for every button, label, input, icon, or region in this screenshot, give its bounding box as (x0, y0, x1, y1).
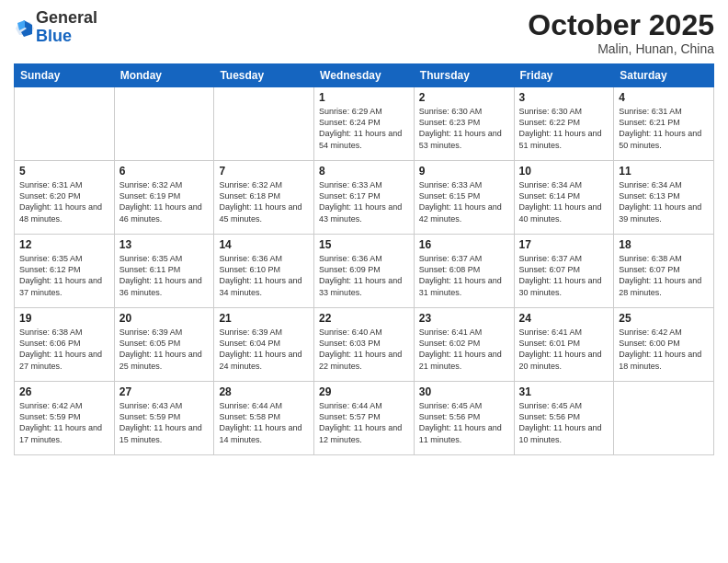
logo-general: General (36, 9, 97, 28)
header-wednesday: Wednesday (314, 64, 415, 87)
day-info: Sunrise: 6:37 AMSunset: 6:07 PMDaylight:… (519, 254, 602, 296)
day-number: 1 (319, 91, 409, 104)
calendar-week-2: 5Sunrise: 6:31 AMSunset: 6:20 PMDaylight… (15, 161, 714, 235)
calendar-table: Sunday Monday Tuesday Wednesday Thursday… (14, 63, 714, 455)
calendar-cell: 20Sunrise: 6:39 AMSunset: 6:05 PMDayligh… (114, 308, 214, 382)
calendar-cell: 15Sunrise: 6:36 AMSunset: 6:09 PMDayligh… (314, 235, 415, 308)
calendar-cell (214, 87, 314, 161)
calendar-cell: 16Sunrise: 6:37 AMSunset: 6:08 PMDayligh… (414, 235, 514, 308)
calendar-cell: 26Sunrise: 6:42 AMSunset: 5:59 PMDayligh… (15, 382, 115, 455)
logo-blue: Blue (36, 28, 97, 46)
day-number: 23 (419, 312, 509, 325)
day-info: Sunrise: 6:33 AMSunset: 6:17 PMDaylight:… (319, 180, 402, 223)
day-number: 12 (19, 238, 109, 251)
calendar-cell: 21Sunrise: 6:39 AMSunset: 6:04 PMDayligh… (214, 308, 314, 382)
day-info: Sunrise: 6:30 AMSunset: 6:23 PMDaylight:… (419, 107, 502, 149)
day-number: 4 (619, 91, 709, 104)
day-number: 30 (419, 385, 509, 398)
day-info: Sunrise: 6:38 AMSunset: 6:06 PMDaylight:… (19, 327, 102, 370)
calendar-cell: 12Sunrise: 6:35 AMSunset: 6:12 PMDayligh… (15, 235, 115, 308)
calendar-week-3: 12Sunrise: 6:35 AMSunset: 6:12 PMDayligh… (15, 235, 714, 308)
header-friday: Friday (514, 64, 614, 87)
calendar-cell (614, 382, 714, 455)
day-number: 31 (519, 385, 609, 398)
day-info: Sunrise: 6:39 AMSunset: 6:04 PMDaylight:… (219, 327, 301, 370)
day-info: Sunrise: 6:37 AMSunset: 6:08 PMDaylight:… (419, 254, 502, 296)
calendar-cell (15, 87, 115, 161)
day-number: 28 (219, 385, 309, 398)
day-number: 16 (419, 238, 509, 251)
day-info: Sunrise: 6:45 AMSunset: 5:56 PMDaylight:… (519, 401, 602, 443)
day-info: Sunrise: 6:32 AMSunset: 6:18 PMDaylight:… (219, 180, 301, 223)
day-info: Sunrise: 6:32 AMSunset: 6:19 PMDaylight:… (119, 180, 202, 223)
day-info: Sunrise: 6:36 AMSunset: 6:10 PMDaylight:… (219, 254, 301, 296)
day-info: Sunrise: 6:31 AMSunset: 6:20 PMDaylight:… (19, 180, 102, 223)
calendar-week-5: 26Sunrise: 6:42 AMSunset: 5:59 PMDayligh… (15, 382, 714, 455)
calendar-cell (114, 87, 214, 161)
header-monday: Monday (114, 64, 214, 87)
header: General Blue October 2025 Malin, Hunan, … (14, 9, 714, 56)
day-number: 13 (119, 238, 210, 251)
header-thursday: Thursday (414, 64, 514, 87)
calendar-cell: 17Sunrise: 6:37 AMSunset: 6:07 PMDayligh… (514, 235, 614, 308)
day-number: 21 (219, 312, 309, 325)
day-info: Sunrise: 6:39 AMSunset: 6:05 PMDaylight:… (119, 327, 202, 370)
calendar-cell: 30Sunrise: 6:45 AMSunset: 5:56 PMDayligh… (414, 382, 514, 455)
day-number: 14 (219, 238, 309, 251)
day-info: Sunrise: 6:44 AMSunset: 5:57 PMDaylight:… (319, 401, 402, 443)
calendar-page: General Blue October 2025 Malin, Hunan, … (0, 0, 728, 563)
day-number: 27 (119, 385, 210, 398)
day-number: 9 (419, 165, 509, 178)
day-info: Sunrise: 6:44 AMSunset: 5:58 PMDaylight:… (219, 401, 301, 443)
calendar-cell: 13Sunrise: 6:35 AMSunset: 6:11 PMDayligh… (114, 235, 214, 308)
day-number: 8 (319, 165, 409, 178)
day-info: Sunrise: 6:45 AMSunset: 5:56 PMDaylight:… (419, 401, 502, 443)
day-info: Sunrise: 6:35 AMSunset: 6:12 PMDaylight:… (19, 254, 102, 296)
day-number: 25 (619, 312, 709, 325)
day-info: Sunrise: 6:40 AMSunset: 6:03 PMDaylight:… (319, 327, 402, 370)
day-info: Sunrise: 6:34 AMSunset: 6:13 PMDaylight:… (619, 180, 701, 223)
day-info: Sunrise: 6:35 AMSunset: 6:11 PMDaylight:… (119, 254, 202, 296)
calendar-cell: 7Sunrise: 6:32 AMSunset: 6:18 PMDaylight… (214, 161, 314, 235)
header-row: Sunday Monday Tuesday Wednesday Thursday… (15, 64, 714, 87)
day-number: 7 (219, 165, 309, 178)
day-info: Sunrise: 6:42 AMSunset: 5:59 PMDaylight:… (19, 401, 102, 443)
day-number: 18 (619, 238, 709, 251)
day-number: 10 (519, 165, 609, 178)
calendar-cell: 31Sunrise: 6:45 AMSunset: 5:56 PMDayligh… (514, 382, 614, 455)
day-number: 6 (119, 165, 210, 178)
day-number: 11 (619, 165, 709, 178)
day-number: 26 (19, 385, 109, 398)
calendar-cell: 10Sunrise: 6:34 AMSunset: 6:14 PMDayligh… (514, 161, 614, 235)
header-sunday: Sunday (15, 64, 115, 87)
day-number: 22 (319, 312, 409, 325)
header-tuesday: Tuesday (214, 64, 314, 87)
calendar-cell: 3Sunrise: 6:30 AMSunset: 6:22 PMDaylight… (514, 87, 614, 161)
calendar-cell: 29Sunrise: 6:44 AMSunset: 5:57 PMDayligh… (314, 382, 415, 455)
day-info: Sunrise: 6:38 AMSunset: 6:07 PMDaylight:… (619, 254, 701, 296)
day-info: Sunrise: 6:34 AMSunset: 6:14 PMDaylight:… (519, 180, 602, 223)
calendar-cell: 14Sunrise: 6:36 AMSunset: 6:10 PMDayligh… (214, 235, 314, 308)
calendar-cell: 8Sunrise: 6:33 AMSunset: 6:17 PMDaylight… (314, 161, 415, 235)
day-info: Sunrise: 6:30 AMSunset: 6:22 PMDaylight:… (519, 107, 602, 149)
day-number: 3 (519, 91, 609, 104)
logo: General Blue (14, 9, 97, 46)
day-info: Sunrise: 6:41 AMSunset: 6:02 PMDaylight:… (419, 327, 502, 370)
calendar-cell: 28Sunrise: 6:44 AMSunset: 5:58 PMDayligh… (214, 382, 314, 455)
header-saturday: Saturday (614, 64, 714, 87)
day-number: 19 (19, 312, 109, 325)
calendar-cell: 6Sunrise: 6:32 AMSunset: 6:19 PMDaylight… (114, 161, 214, 235)
month-title: October 2025 (528, 9, 714, 41)
day-number: 2 (419, 91, 509, 104)
calendar-cell: 18Sunrise: 6:38 AMSunset: 6:07 PMDayligh… (614, 235, 714, 308)
day-info: Sunrise: 6:36 AMSunset: 6:09 PMDaylight:… (319, 254, 402, 296)
calendar-cell: 11Sunrise: 6:34 AMSunset: 6:13 PMDayligh… (614, 161, 714, 235)
calendar-cell: 22Sunrise: 6:40 AMSunset: 6:03 PMDayligh… (314, 308, 415, 382)
day-number: 15 (319, 238, 409, 251)
day-info: Sunrise: 6:29 AMSunset: 6:24 PMDaylight:… (319, 107, 402, 149)
calendar-cell: 5Sunrise: 6:31 AMSunset: 6:20 PMDaylight… (15, 161, 115, 235)
day-info: Sunrise: 6:33 AMSunset: 6:15 PMDaylight:… (419, 180, 502, 223)
calendar-cell: 1Sunrise: 6:29 AMSunset: 6:24 PMDaylight… (314, 87, 415, 161)
day-info: Sunrise: 6:41 AMSunset: 6:01 PMDaylight:… (519, 327, 602, 370)
calendar-week-1: 1Sunrise: 6:29 AMSunset: 6:24 PMDaylight… (15, 87, 714, 161)
